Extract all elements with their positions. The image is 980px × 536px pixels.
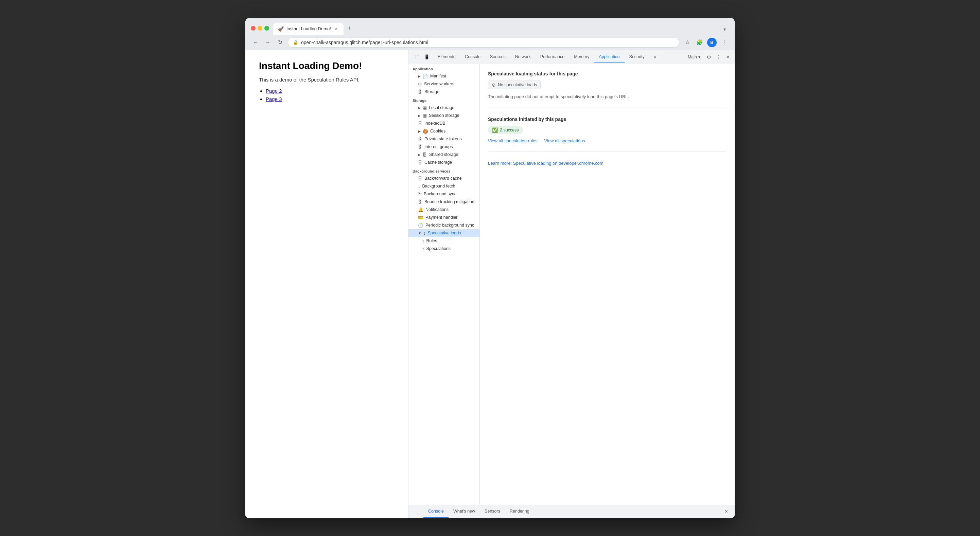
main-context-selector[interactable]: Main ▾ — [685, 53, 703, 61]
loading-status-title: Speculative loading status for this page — [488, 71, 727, 76]
sidebar-item-label: Background sync — [424, 192, 457, 196]
tab-close-button[interactable]: × — [334, 26, 339, 32]
sidebar-item-label: Background fetch — [422, 184, 455, 189]
traffic-light-green[interactable] — [264, 26, 269, 30]
close-devtools-button[interactable]: × — [724, 53, 732, 61]
speculative-loads-icon: ↕ — [423, 231, 426, 236]
tab-sources[interactable]: Sources — [485, 52, 511, 62]
sidebar-item-cookies[interactable]: ▶ 🍪 Cookies — [409, 127, 479, 135]
sidebar-item-cache-storage[interactable]: 🗄 Cache storage — [409, 159, 479, 167]
bottom-tab-console[interactable]: Console — [423, 506, 449, 518]
expand-icon: ▶ — [418, 75, 421, 78]
sidebar-item-speculations[interactable]: ↕ Speculations — [409, 245, 479, 253]
sidebar-item-storage[interactable]: 🗄 Storage — [409, 88, 479, 96]
tab-network[interactable]: Network — [511, 52, 536, 62]
traffic-light-yellow[interactable] — [258, 26, 262, 30]
tab-dropdown-button[interactable]: ▾ — [720, 24, 729, 35]
sidebar-item-background-sync[interactable]: ↻ Background sync — [409, 190, 479, 198]
bottom-tab-sensors[interactable]: Sensors — [480, 506, 505, 518]
sidebar-item-label: Payment handler — [425, 215, 458, 220]
tab-application[interactable]: Application — [594, 52, 624, 62]
sidebar-item-local-storage[interactable]: ▶ ▦ Local storage — [409, 104, 479, 112]
sidebar-item-label: Speculative loads — [428, 231, 461, 235]
sidebar-item-session-storage[interactable]: ▶ ▦ Session storage — [409, 112, 479, 119]
sidebar-item-bounce-tracking[interactable]: 🗄 Bounce tracking mitigation — [409, 198, 479, 206]
sidebar-section-application: Application — [409, 64, 479, 72]
sidebar-item-interest-groups[interactable]: 🗄 Interest groups — [409, 143, 479, 151]
back-forward-cache-icon: 🗄 — [418, 176, 422, 181]
sidebar-item-label: Private state tokens — [425, 137, 462, 141]
bottom-tab-rendering[interactable]: Rendering — [505, 506, 534, 518]
sidebar-item-label: Notifications — [425, 207, 449, 212]
profile-icon[interactable]: B — [707, 37, 717, 48]
session-storage-icon: ▦ — [423, 113, 427, 118]
browser-menu-icon[interactable]: ⋮ — [719, 37, 729, 48]
expand-icon: ▶ — [418, 153, 421, 157]
learn-more-section: Learn more: Speculative loading on devel… — [488, 160, 727, 174]
sidebar-item-service-workers[interactable]: ⚙ Service workers — [409, 80, 479, 88]
sidebar-item-speculative-loads[interactable]: ▼ ↕ Speculative loads — [409, 229, 479, 237]
sidebar-item-indexeddb[interactable]: 🗄 IndexedDB — [409, 119, 479, 127]
browser-window: 🚀 Instant Loading Demo! × + ▾ ← → ↻ 🔒 op… — [245, 18, 735, 519]
bounce-tracking-icon: 🗄 — [418, 199, 422, 205]
webpage-description: This is a demo of the Speculation Rules … — [259, 77, 395, 83]
sidebar-item-back-forward-cache[interactable]: 🗄 Back/forward cache — [409, 175, 479, 182]
tab-performance[interactable]: Performance — [536, 52, 570, 62]
learn-more-link[interactable]: Learn more: Speculative loading on devel… — [488, 161, 603, 166]
main-area: Instant Loading Demo! This is a demo of … — [245, 50, 735, 519]
tab-console[interactable]: Console — [460, 52, 485, 62]
expand-icon: ▶ — [418, 106, 421, 110]
new-tab-button[interactable]: + — [344, 22, 355, 35]
lock-icon: 🔒 — [293, 40, 298, 45]
url-bar[interactable]: 🔒 open-chalk-asparagus.glitch.me/page1-u… — [288, 38, 679, 47]
sidebar-item-label: Storage — [425, 89, 439, 94]
sidebar-section-background: Background services — [409, 167, 479, 175]
devtools-tabs-end: Main ▾ ⚙ ⋮ × — [685, 53, 732, 61]
page3-link[interactable]: Page 3 — [266, 96, 282, 102]
sidebar-item-notifications[interactable]: 🔔 Notifications — [409, 206, 479, 214]
refresh-button[interactable]: ↻ — [275, 38, 285, 47]
sidebar-item-manifest[interactable]: ▶ 📄 Manifest — [409, 72, 479, 80]
traffic-lights — [251, 26, 269, 30]
sidebar-item-label: Manifest — [430, 74, 446, 78]
payment-handler-icon: 💳 — [418, 215, 423, 220]
bookmark-icon[interactable]: ☆ — [682, 37, 692, 48]
chevron-down-icon: ▾ — [698, 54, 701, 59]
view-all-speculations-link[interactable]: View all speculations — [544, 138, 585, 143]
webpage-heading: Instant Loading Demo! — [259, 60, 395, 72]
sidebar-item-periodic-background-sync[interactable]: 🕐 Periodic background sync — [409, 221, 479, 229]
page2-link[interactable]: Page 2 — [266, 88, 282, 94]
close-bottom-bar-button[interactable]: × — [722, 506, 730, 517]
view-all-speculation-rules-link[interactable]: View all speculation rules — [488, 138, 538, 143]
traffic-light-red[interactable] — [251, 26, 256, 30]
tab-elements[interactable]: Elements — [433, 52, 460, 62]
sidebar-item-label: Cookies — [430, 129, 445, 134]
expand-icon: ▶ — [418, 129, 421, 133]
sidebar-item-shared-storage[interactable]: ▶ 🗄 Shared storage — [409, 151, 479, 159]
no-loads-text: No speculative loads — [498, 83, 537, 87]
tab-more[interactable]: » — [649, 52, 661, 62]
sidebar-item-payment-handler[interactable]: 💳 Payment handler — [409, 214, 479, 221]
sidebar-item-private-state-tokens[interactable]: 🗄 Private state tokens — [409, 135, 479, 143]
inspect-element-icon[interactable]: ⬚ — [413, 53, 422, 61]
extensions-icon[interactable]: 🧩 — [695, 37, 705, 48]
url-text: open-chalk-asparagus.glitch.me/page1-url… — [301, 40, 428, 45]
sidebar-item-background-fetch[interactable]: ↕ Background fetch — [409, 182, 479, 190]
cache-storage-icon: 🗄 — [418, 160, 422, 165]
bottom-tab-whats-new[interactable]: What's new — [449, 506, 480, 518]
sidebar-item-label: Session storage — [429, 113, 460, 118]
tab-security[interactable]: Security — [625, 52, 649, 62]
tab-memory[interactable]: Memory — [569, 52, 594, 62]
back-button[interactable]: ← — [251, 38, 260, 47]
sidebar-item-rules[interactable]: ↕ Rules — [409, 237, 479, 245]
forward-button[interactable]: → — [263, 38, 272, 47]
address-bar: ← → ↻ 🔒 open-chalk-asparagus.glitch.me/p… — [245, 35, 735, 50]
sidebar-item-label: Speculations — [426, 246, 451, 251]
sidebar-item-label: Rules — [426, 239, 438, 243]
bottom-menu-icon[interactable]: ⋮ — [412, 505, 423, 519]
settings-icon[interactable]: ⚙ — [705, 53, 713, 61]
more-options-icon[interactable]: ⋮ — [714, 53, 722, 61]
device-toolbar-icon[interactable]: 📱 — [423, 53, 431, 61]
browser-tab-active[interactable]: 🚀 Instant Loading Demo! × — [273, 23, 344, 35]
bottom-bar: ⋮ Console What's new Sensors Rendering × — [409, 505, 735, 519]
